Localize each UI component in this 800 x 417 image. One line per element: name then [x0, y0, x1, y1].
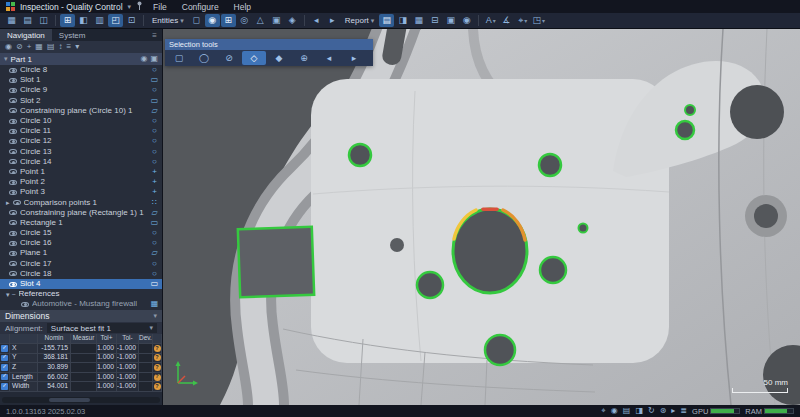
visibility-eye-icon[interactable] [9, 231, 17, 236]
corner-view-icon[interactable]: ◰ [108, 14, 123, 27]
annotation-icon[interactable]: A▾ [483, 14, 498, 27]
row-checkbox[interactable] [0, 354, 10, 364]
panel-tab[interactable]: System [52, 29, 93, 41]
tree-item[interactable]: Plane 1 ▱ [0, 248, 162, 258]
polygon-selection-icon[interactable]: ◆ [267, 51, 291, 65]
measured-circle[interactable] [485, 335, 515, 365]
dimension-row[interactable]: Length 66.002 1.000 -1.000 ? [0, 373, 162, 383]
previous-entity-icon[interactable]: ◂ [309, 14, 324, 27]
visibility-eye-icon[interactable] [9, 169, 17, 174]
circle-selection-icon[interactable]: ◯ [192, 51, 216, 65]
group-icon[interactable]: ▦ [35, 43, 43, 51]
layout-icon[interactable]: ◨ [635, 407, 643, 415]
visibility-eye-icon[interactable] [9, 180, 17, 185]
measured-circle[interactable] [539, 154, 561, 176]
chevron-down-icon[interactable]: ▾ [128, 3, 132, 11]
circle-entity-icon[interactable]: ◉ [205, 14, 220, 27]
expand-all-icon[interactable]: ▾ [75, 43, 79, 51]
dimension-row[interactable]: Width 54.001 1.000 -1.000 ? [0, 382, 162, 392]
exclude-selection-icon[interactable]: ⊘ [217, 51, 241, 65]
hide-all-icon[interactable]: ⊘ [16, 43, 23, 51]
row-checkbox[interactable] [0, 363, 10, 373]
play-icon[interactable]: ▸ [671, 407, 675, 415]
tree-item[interactable]: Constraining plane (Circle 10) 1 ▱ [0, 106, 162, 116]
visibility-eye-icon[interactable] [9, 78, 17, 83]
menu-item[interactable]: Help [229, 2, 256, 12]
warning-icon[interactable]: ? [154, 364, 161, 371]
add-item-icon[interactable]: + [27, 43, 32, 51]
selection-tools-palette[interactable]: Selection tools ▢ ◯ ⊘ ◇ ◆ ⊕ ◂ ▸ [165, 39, 373, 66]
column-header[interactable]: Tol- [117, 334, 139, 344]
visibility-eye-icon[interactable] [9, 251, 17, 256]
freeform-selection-icon[interactable]: ◇ [242, 51, 266, 65]
snapshot-icon[interactable]: ▣ [443, 14, 458, 27]
dimension-row[interactable]: Z 30.899 1.000 -1.000 ? [0, 363, 162, 373]
project-list-icon[interactable]: ▤ [20, 14, 35, 27]
columns-view-icon[interactable]: ▥ [92, 14, 107, 27]
measured-circle[interactable] [540, 257, 566, 283]
center-point-icon[interactable]: ⊡ [124, 14, 139, 27]
plane-entity-icon[interactable]: ◻ [189, 14, 204, 27]
menu-item[interactable]: File [148, 2, 172, 12]
visibility-eye-icon[interactable] [9, 159, 17, 164]
measured-circle[interactable] [417, 272, 443, 298]
part-visibility-icon[interactable]: ◉ [140, 55, 147, 63]
show-all-icon[interactable]: ◉ [5, 43, 12, 51]
visibility-eye-icon[interactable] [9, 88, 17, 93]
slot-entity-icon[interactable]: ▣ [269, 14, 284, 27]
list-mode-icon[interactable]: ▤ [47, 43, 55, 51]
tree-item[interactable]: Point 1 + [0, 167, 162, 177]
column-header[interactable]: Nomin [38, 334, 71, 344]
visibility-eye-icon[interactable] [9, 241, 17, 246]
next-tool-icon[interactable]: ▸ [342, 51, 366, 65]
alignment-select[interactable]: Surface best fit 1 ▾ [47, 323, 157, 333]
tree-item[interactable]: Circle 17 ○ [0, 259, 162, 269]
filter-icon[interactable]: ≡ [66, 43, 71, 51]
cylinder-entity-icon[interactable]: ◎ [237, 14, 252, 27]
column-header[interactable]: Dev. [139, 334, 153, 344]
dimensions-panel-header[interactable]: Dimensions ▾ [0, 310, 162, 322]
visibility-eye-icon[interactable] [9, 108, 17, 113]
visibility-eye-icon[interactable] [21, 302, 29, 307]
warning-icon[interactable]: ? [154, 354, 161, 361]
report-split-icon[interactable]: ◨ [395, 14, 410, 27]
grid-entity-icon[interactable]: ⊞ [221, 14, 236, 27]
tree-item[interactable]: Circle 13 ○ [0, 147, 162, 157]
warning-icon[interactable]: ? [154, 383, 161, 390]
settings-icon[interactable]: ⊛ [660, 407, 667, 415]
next-entity-icon[interactable]: ▸ [325, 14, 340, 27]
visibility-eye-icon[interactable] [9, 220, 17, 225]
panel-tab[interactable]: Navigation [0, 29, 52, 41]
selected-rectangle-slot4[interactable] [238, 227, 314, 298]
refresh-icon[interactable]: ↻ [648, 407, 655, 415]
tree-item[interactable]: Circle 15 ○ [0, 228, 162, 238]
tree-item[interactable]: Circle 18 ○ [0, 269, 162, 279]
plain-hole[interactable] [390, 238, 404, 252]
row-checkbox[interactable] [0, 373, 10, 383]
report-row-icon[interactable]: ⊟ [427, 14, 442, 27]
camera-icon[interactable]: ◉ [459, 14, 474, 27]
tree-item[interactable]: Constraining plane (Rectangle 1) 1 ▱ [0, 208, 162, 218]
measured-circle[interactable] [579, 224, 588, 233]
tree-root-part[interactable]: ▾ Part 1 ◉ ▣ [0, 53, 162, 65]
tree-item[interactable]: ▾ − References [0, 289, 162, 299]
grommet-hole[interactable] [754, 204, 778, 228]
visibility-eye-icon[interactable] [9, 68, 17, 73]
tree-item[interactable]: Automotive - Mustang firewall ▦ [0, 299, 162, 309]
row-checkbox[interactable] [0, 382, 10, 392]
pin-icon[interactable] [136, 1, 143, 12]
report-table-icon[interactable]: ▤ [379, 14, 394, 27]
row-checkbox[interactable] [0, 344, 10, 354]
tree-item[interactable]: Circle 9 ○ [0, 85, 162, 95]
split-view-icon[interactable]: ◫ [36, 14, 51, 27]
tree-item[interactable]: Slot 1 ▭ [0, 75, 162, 85]
measured-circle[interactable] [685, 105, 695, 115]
tree-item[interactable]: Point 3 + [0, 187, 162, 197]
entities-group-label[interactable]: Entities ▾ [148, 16, 188, 25]
measured-circle[interactable] [349, 144, 371, 166]
visibility-eye-icon[interactable] [9, 98, 17, 103]
horizontal-scrollbar[interactable] [2, 397, 160, 403]
dimension-row[interactable]: Y 368.181 1.000 -1.000 ? [0, 354, 162, 364]
tree-item[interactable]: Circle 16 ○ [0, 238, 162, 248]
tree-item[interactable]: Slot 4 ▭ [0, 279, 162, 289]
